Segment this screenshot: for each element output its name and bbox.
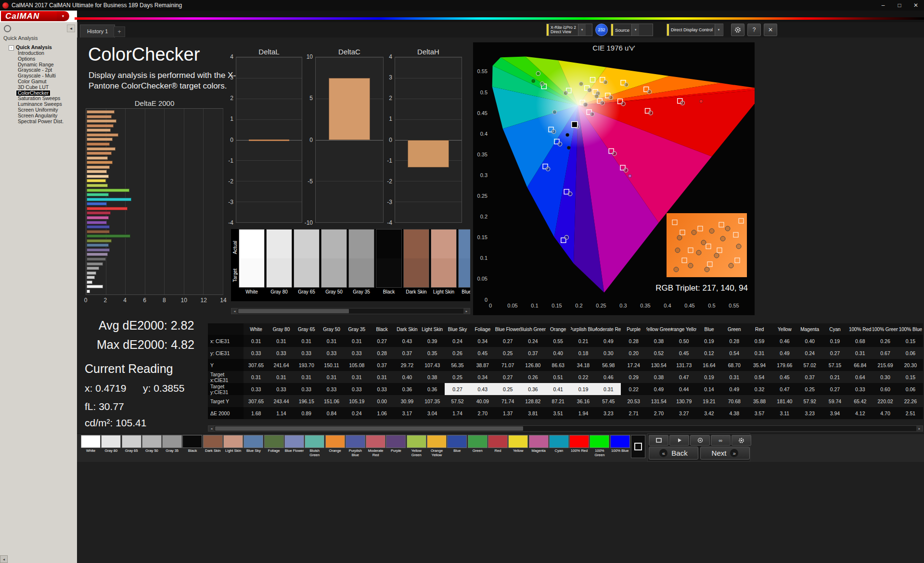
scroll-right-icon[interactable]: ► [463, 308, 470, 314]
logo-menu-button[interactable]: ▼ [57, 11, 69, 21]
back-button[interactable]: « Back [649, 447, 698, 460]
sidebar-item-options[interactable]: Options [16, 56, 37, 62]
deltae2000-plot [86, 108, 223, 295]
table-cell: 0.34 [470, 371, 495, 383]
source-select[interactable]: Source ▼ [611, 24, 653, 36]
swatch-colors [458, 229, 470, 288]
patch-purplish-blue[interactable]: Purplish Blue [346, 435, 365, 457]
next-button[interactable]: Next » [700, 447, 750, 460]
scroll-right-icon[interactable]: ► [916, 426, 923, 431]
options-button[interactable] [732, 435, 751, 446]
patch-blue[interactable]: Blue [447, 435, 467, 457]
patch-gray-80[interactable]: Gray 80 [101, 435, 121, 457]
patch-magenta[interactable]: Magenta [529, 435, 549, 457]
tab-history-1[interactable]: History 1 [80, 25, 115, 38]
patch-dark-skin[interactable]: Dark Skin [203, 435, 223, 457]
patch-red[interactable]: Red [488, 435, 508, 457]
table-cell: 1.37 [495, 407, 520, 419]
chevron-down-icon[interactable]: ▼ [578, 24, 586, 36]
measure-button[interactable] [690, 435, 710, 446]
swatch-scroll-thumb[interactable] [238, 309, 349, 313]
meter-select[interactable]: X-Rite i1Pro 2 Direct View ▼ [546, 24, 592, 36]
close-button[interactable]: ✕ [908, 0, 924, 11]
deltae2000-axis: 02468101214 [86, 296, 223, 305]
patch-green[interactable]: Green [468, 435, 488, 457]
table-cell: 307.65 [244, 395, 269, 407]
read-continuous-button[interactable] [669, 435, 689, 446]
patch-yellow-green[interactable]: Yellow Green [407, 435, 426, 457]
patch-blue-flower[interactable]: Blue Flower [284, 435, 304, 457]
table-cell: 130.79 [671, 395, 696, 407]
svg-text:0.35: 0.35 [640, 303, 650, 308]
patch-swatch [427, 435, 447, 448]
workflow-close-button[interactable]: ✕ [764, 24, 777, 36]
patch-moderate-red[interactable]: Moderate Red [366, 435, 385, 457]
continuous-mode-button[interactable]: ∞ [711, 435, 731, 446]
scroll-left-icon[interactable]: ◄ [208, 426, 215, 431]
gear-icon [734, 26, 741, 33]
patch-foliage[interactable]: Foliage [264, 435, 284, 457]
patch-purple[interactable]: Purple [386, 435, 406, 457]
scroll-left-icon[interactable]: ◄ [231, 308, 238, 314]
patch-100-blue[interactable]: 100% Blue [610, 435, 630, 457]
table-scroll-thumb[interactable] [215, 426, 523, 431]
table-cell: 29.72 [395, 359, 420, 371]
add-tab-button[interactable]: + [114, 26, 125, 37]
patch-row: WhiteGray 80Gray 65Gray 50Gray 35BlackDa… [81, 435, 630, 457]
table-scrollbar[interactable]: ◄ ► [208, 425, 923, 432]
tree-expander-icon[interactable]: - [9, 45, 14, 51]
svg-text:0.45: 0.45 [477, 110, 488, 116]
maximize-button[interactable]: □ [891, 0, 908, 11]
tick-label: 1 [389, 115, 392, 122]
patch-orange[interactable]: Orange [325, 435, 345, 457]
help-button[interactable]: ? [747, 24, 761, 36]
reading-fl: fL: 30.77 [85, 401, 124, 412]
sidebar-item-spectral-power-dist[interactable]: Spectral Power Dist. [16, 119, 65, 125]
panel-menu-button[interactable] [4, 25, 11, 32]
column-header-gray-50: Gray 50 [319, 323, 344, 335]
sidebar-item-screen-angularity[interactable]: Screen Angularity [16, 113, 59, 119]
patch-gray-65[interactable]: Gray 65 [122, 435, 141, 457]
minimize-button[interactable]: – [875, 0, 891, 11]
sidebar-item-3d-cube-lut[interactable]: 3D Cube LUT [16, 85, 50, 90]
swatch-scrollbar[interactable]: ◄ ► [231, 308, 470, 314]
back-chevron-icon: « [659, 449, 667, 457]
deltae-bar [87, 128, 111, 132]
panel-collapse-button[interactable]: ◄ [67, 25, 75, 32]
table-cell: 0.28 [722, 335, 747, 347]
table-cell: 86.63 [546, 359, 571, 371]
patch-yellow[interactable]: Yellow [508, 435, 528, 457]
settings-button[interactable] [731, 24, 744, 36]
patch-gray-35[interactable]: Gray 35 [162, 435, 182, 457]
patch-white[interactable]: White [81, 435, 101, 457]
patch-gray-50[interactable]: Gray 50 [142, 435, 162, 457]
blackout-toggle-button[interactable] [631, 435, 645, 458]
display-control-select[interactable]: Direct Display Control ▼ [667, 24, 723, 36]
tick-label: 4 [389, 53, 392, 60]
chevron-down-icon[interactable]: ▼ [715, 24, 722, 36]
patch-100-green[interactable]: 100% Green [590, 435, 609, 457]
patch-bluish-green[interactable]: Bluish Green [305, 435, 324, 457]
table-cell: 0.24 [344, 407, 369, 419]
inset-target-marker [707, 262, 713, 267]
workflow-controls: X-Rite i1Pro 2 Direct View ▼ 232 Source … [546, 24, 777, 36]
patch-100-red[interactable]: 100% Red [569, 435, 589, 457]
sidebar-tree-items: IntroductionOptionsDynamic RangeGrayscal… [2, 51, 76, 124]
sidebar-item-color-gamut[interactable]: Color Gamut [16, 79, 48, 85]
gridline [395, 181, 462, 181]
patch-black[interactable]: Black [182, 435, 202, 457]
patch-blue-sky[interactable]: Blue Sky [244, 435, 263, 457]
swatch-colors [239, 229, 265, 288]
inset-measured-marker [704, 267, 709, 272]
sidebar-item-screen-uniformity[interactable]: Screen Uniformity [16, 107, 59, 113]
table-cell: 0.24 [520, 335, 545, 347]
cie-1976-panel: CIE 1976 u'v' 00.050.10.150.20.250.30.35… [473, 42, 755, 315]
patch-cyan[interactable]: Cyan [549, 435, 569, 457]
chevron-down-icon[interactable]: ▼ [631, 24, 639, 36]
pattern-window-button[interactable] [649, 435, 668, 446]
patch-light-skin[interactable]: Light Skin [223, 435, 243, 457]
sidebar-scroll-left-button[interactable]: ◄ [0, 555, 8, 563]
patch-orange-yellow[interactable]: Orange Yellow [427, 435, 447, 457]
table-cell: 130.54 [646, 359, 671, 371]
table-cell: 0.49 [772, 347, 797, 359]
